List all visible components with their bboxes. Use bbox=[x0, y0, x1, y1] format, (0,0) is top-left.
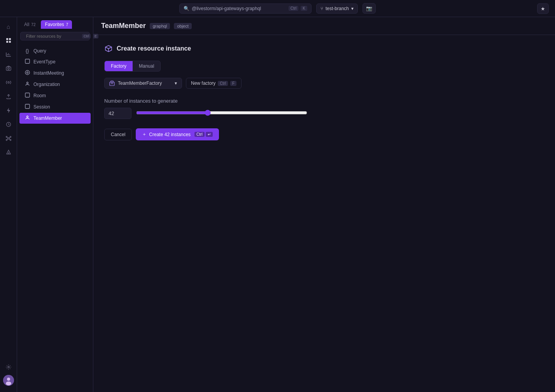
avatar[interactable] bbox=[3, 375, 14, 386]
nav-history[interactable] bbox=[2, 118, 15, 131]
tab-favorites-label: Favorites bbox=[45, 22, 64, 27]
svg-rect-30 bbox=[25, 104, 30, 108]
resource-item-teammember[interactable]: TeamMember bbox=[19, 113, 91, 124]
query-icon: {} bbox=[24, 48, 30, 54]
camera-button[interactable]: 📷 bbox=[362, 3, 376, 14]
nav-settings[interactable] bbox=[2, 361, 15, 373]
tab-all-label: All bbox=[24, 22, 29, 27]
resource-list: {} Query EventType InstantMeeting Organ bbox=[17, 44, 93, 392]
tab-favorites[interactable]: Favorites 7 bbox=[41, 20, 72, 29]
new-factory-kbd-f: F bbox=[230, 81, 236, 86]
resource-label-session: Session bbox=[33, 104, 50, 110]
nav-dark-mode[interactable] bbox=[2, 347, 15, 359]
svg-point-28 bbox=[26, 82, 28, 84]
svg-point-8 bbox=[8, 138, 9, 139]
instances-slider[interactable] bbox=[136, 110, 307, 116]
search-kbd-k: K bbox=[301, 6, 307, 11]
factory-select-value: TeamMemberFactory bbox=[118, 80, 162, 86]
section-title-text: Create resource instance bbox=[117, 45, 191, 52]
create-kbd-ctrl: Ctrl bbox=[194, 132, 205, 137]
nav-upload[interactable] bbox=[2, 90, 15, 103]
svg-rect-4 bbox=[6, 67, 11, 70]
create-kbd-enter: ↵ bbox=[206, 132, 213, 137]
nav-chart[interactable] bbox=[2, 48, 15, 61]
sidebar-search-bar[interactable]: Ctrl E bbox=[20, 32, 90, 40]
slider-container bbox=[136, 110, 307, 117]
git-branch-icon: ⑂ bbox=[320, 6, 323, 11]
svg-point-27 bbox=[26, 72, 28, 74]
svg-line-15 bbox=[7, 139, 8, 140]
resource-item-organization[interactable]: Organization bbox=[19, 79, 91, 90]
content-header: TeamMember graphql object bbox=[93, 17, 555, 35]
tab-all[interactable]: All 72 bbox=[20, 20, 39, 29]
create-kbd-group: Ctrl ↵ bbox=[194, 132, 213, 137]
resource-label-teammember: TeamMember bbox=[33, 116, 62, 121]
resource-label-query: Query bbox=[33, 48, 46, 54]
search-input[interactable] bbox=[192, 6, 286, 11]
room-icon bbox=[24, 93, 30, 99]
svg-rect-29 bbox=[25, 93, 30, 97]
resource-item-room[interactable]: Room bbox=[19, 90, 91, 101]
resource-item-query[interactable]: {} Query bbox=[19, 46, 91, 56]
tab-favorites-count: 7 bbox=[66, 23, 68, 27]
chevron-down-icon: ▾ bbox=[351, 6, 354, 11]
branch-selector[interactable]: ⑂ test-branch ▾ bbox=[316, 4, 358, 14]
svg-point-6 bbox=[8, 82, 9, 83]
tag-object: object bbox=[174, 23, 191, 29]
create-instances-label: Create 42 instances bbox=[149, 132, 191, 137]
svg-rect-1 bbox=[9, 38, 11, 40]
instances-input[interactable] bbox=[104, 108, 131, 119]
svg-point-22 bbox=[6, 382, 11, 385]
factory-manual-toggle: Factory Manual bbox=[104, 61, 161, 72]
svg-point-26 bbox=[25, 70, 30, 75]
nav-layers[interactable] bbox=[2, 34, 15, 47]
svg-line-16 bbox=[9, 139, 10, 140]
new-factory-label: New factory bbox=[191, 80, 215, 86]
svg-rect-3 bbox=[9, 41, 11, 43]
content-body: Create resource instance Factory Manual … bbox=[93, 35, 555, 392]
instantmeeting-icon bbox=[24, 70, 30, 76]
create-instance-icon bbox=[104, 44, 113, 53]
factory-tab[interactable]: Factory bbox=[105, 61, 133, 71]
factory-select-dropdown[interactable]: TeamMemberFactory ▾ bbox=[104, 78, 182, 89]
nav-lightning[interactable] bbox=[2, 104, 15, 117]
cancel-button[interactable]: Cancel bbox=[104, 129, 132, 140]
search-kbd-ctrl: Ctrl bbox=[289, 6, 299, 11]
factory-select-icon bbox=[109, 80, 115, 86]
svg-rect-2 bbox=[6, 41, 8, 43]
nav-broadcast[interactable] bbox=[2, 76, 15, 89]
resource-label-instantmeeting: InstantMeeting bbox=[33, 70, 64, 76]
nav-graph[interactable] bbox=[2, 132, 15, 145]
svg-point-21 bbox=[7, 378, 10, 381]
sidebar-search-kbd-ctrl: Ctrl bbox=[82, 34, 91, 38]
page-title: TeamMember bbox=[101, 22, 146, 30]
resource-item-instantmeeting[interactable]: InstantMeeting bbox=[19, 68, 91, 79]
star-button[interactable]: ★ bbox=[537, 3, 549, 14]
svg-line-14 bbox=[9, 137, 10, 138]
tab-all-count: 72 bbox=[31, 23, 35, 27]
svg-point-31 bbox=[26, 116, 28, 117]
icon-sidebar-bottom bbox=[2, 347, 15, 389]
resource-item-session[interactable]: Session bbox=[19, 102, 91, 112]
nav-alerts[interactable] bbox=[2, 146, 15, 159]
new-factory-button[interactable]: New factory Ctrl F bbox=[186, 78, 242, 89]
resource-item-eventtype[interactable]: EventType bbox=[19, 56, 91, 67]
search-bar[interactable]: 🔍 Ctrl K bbox=[179, 4, 312, 14]
svg-rect-25 bbox=[25, 59, 30, 63]
instances-row bbox=[104, 108, 544, 119]
manual-tab[interactable]: Manual bbox=[133, 61, 160, 71]
search-icon: 🔍 bbox=[184, 6, 189, 11]
nav-snapshot[interactable] bbox=[2, 62, 15, 75]
section-title: Create resource instance bbox=[104, 44, 544, 53]
teammember-icon bbox=[24, 115, 30, 121]
icon-sidebar: ⌂ bbox=[0, 17, 17, 392]
sidebar-search-input[interactable] bbox=[26, 34, 80, 38]
svg-line-13 bbox=[7, 137, 8, 138]
factory-row: TeamMemberFactory ▾ New factory Ctrl F bbox=[104, 78, 544, 89]
create-instances-button[interactable]: ＋ Create 42 instances Ctrl ↵ bbox=[136, 128, 219, 140]
tag-graphql: graphql bbox=[150, 23, 170, 29]
main-content: TeamMember graphql object Create resourc… bbox=[93, 17, 555, 392]
factory-select-left: TeamMemberFactory bbox=[109, 80, 162, 86]
topbar: 🔍 Ctrl K ⑂ test-branch ▾ 📷 ★ bbox=[0, 0, 555, 17]
nav-home[interactable]: ⌂ bbox=[2, 20, 15, 33]
